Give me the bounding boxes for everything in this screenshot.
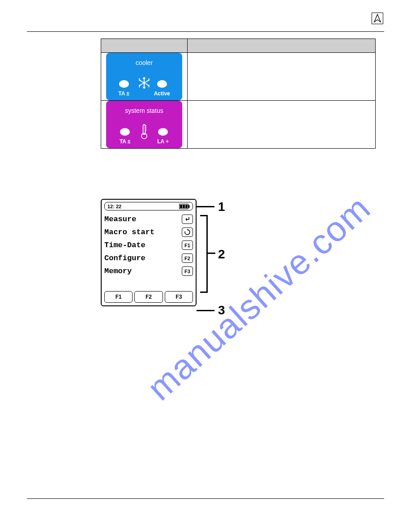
svg-rect-11 xyxy=(180,205,182,208)
menu-item-configure[interactable]: Configure F2 xyxy=(104,252,193,265)
f2-key-icon: F2 xyxy=(182,253,193,263)
status-tiles-table: cooler xyxy=(101,39,376,149)
tile-title: cooler xyxy=(106,53,182,66)
table-header-cell xyxy=(101,39,188,53)
svg-rect-10 xyxy=(188,205,190,208)
callout-leader-3 xyxy=(197,310,214,311)
indicator-dot-icon xyxy=(158,128,168,136)
cooler-tile: cooler xyxy=(106,53,182,100)
callout-leader-2 xyxy=(206,253,215,254)
menu-item-label: Measure xyxy=(104,215,136,223)
svg-rect-13 xyxy=(185,205,188,208)
indicator-dot-icon xyxy=(120,128,130,136)
table-row: system status xyxy=(101,101,376,149)
f1-key-icon: F1 xyxy=(182,240,193,250)
menu-item-memory[interactable]: Memory F3 xyxy=(104,265,193,278)
system-status-tile: system status xyxy=(106,101,182,148)
battery-icon xyxy=(179,204,190,209)
tile-right-label: Active xyxy=(154,90,170,97)
tile-indicator-left: TA ± xyxy=(118,80,129,97)
tile-indicator-left: TA ± xyxy=(120,128,131,145)
table-header-cell xyxy=(188,39,376,53)
footer-rule xyxy=(27,498,384,499)
callout-number-3: 3 xyxy=(218,303,225,317)
menu-item-label: Time-Date xyxy=(104,241,146,249)
enter-key-icon xyxy=(182,215,193,224)
callout-leader-1 xyxy=(197,206,214,207)
device-softkeys: F1 F2 F3 xyxy=(104,291,193,303)
table-desc-cell xyxy=(188,101,376,149)
menu-item-macro-start[interactable]: Macro start xyxy=(104,226,193,239)
menu-item-label: Macro start xyxy=(104,228,154,236)
softkey-f1[interactable]: F1 xyxy=(104,291,133,303)
menu-item-measure[interactable]: Measure xyxy=(104,213,193,226)
indicator-dot-icon xyxy=(119,80,129,88)
nav-up-icon xyxy=(372,13,383,24)
menu-item-time-date[interactable]: Time-Date F1 xyxy=(104,239,193,252)
indicator-dot-icon xyxy=(157,80,167,88)
tile-right-label: LA + xyxy=(157,138,169,145)
softkey-f3[interactable]: F3 xyxy=(165,291,193,303)
status-time: 12: 22 xyxy=(107,204,121,209)
device-screen: 12: 22 Measure xyxy=(101,199,197,306)
tile-indicator-right: LA + xyxy=(157,128,169,145)
menu-item-label: Configure xyxy=(104,254,146,262)
softkey-f2[interactable]: F2 xyxy=(134,291,163,303)
header-rule xyxy=(27,31,384,32)
menu-item-label: Memory xyxy=(104,267,132,275)
svg-rect-12 xyxy=(183,205,185,208)
callout-bracket-2 xyxy=(200,215,208,293)
f3-key-icon: F3 xyxy=(182,266,193,276)
table-desc-cell xyxy=(188,53,376,101)
tile-indicator-right: Active xyxy=(154,80,170,97)
cycle-key-icon xyxy=(182,227,193,237)
tile-left-label: TA ± xyxy=(118,90,129,97)
callout-number-1: 1 xyxy=(218,200,225,214)
callout-number-2: 2 xyxy=(218,247,225,262)
tile-left-label: TA ± xyxy=(120,138,131,145)
tile-title: system status xyxy=(106,101,182,114)
table-row: cooler xyxy=(101,53,376,101)
device-statusbar: 12: 22 xyxy=(104,202,193,210)
